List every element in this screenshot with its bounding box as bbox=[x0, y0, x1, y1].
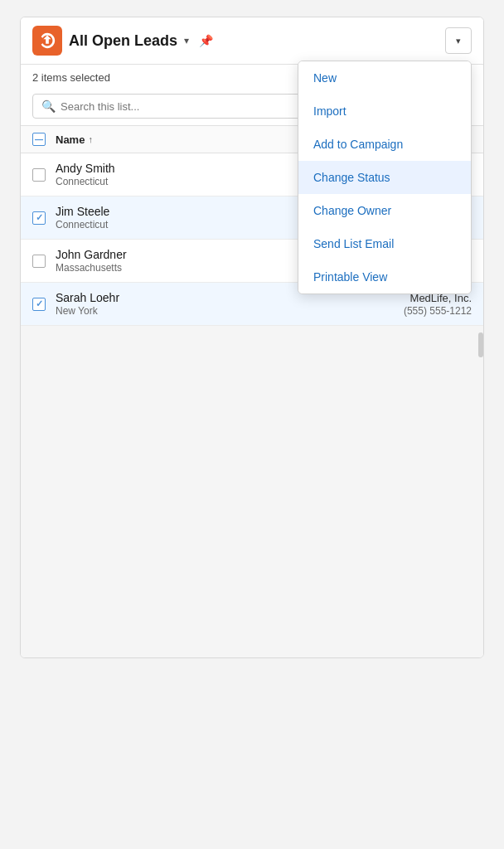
header: All Open Leads ▾ 📌 ▾ bbox=[21, 17, 483, 65]
search-icon: 🔍 bbox=[41, 99, 56, 113]
row4-location: New York bbox=[56, 305, 404, 317]
row4-checkbox[interactable] bbox=[32, 298, 46, 311]
menu-item-printable-view[interactable]: Printable View bbox=[298, 260, 471, 294]
row1-checkbox-cell[interactable] bbox=[32, 168, 56, 182]
empty-area bbox=[21, 326, 483, 657]
row1-checkbox[interactable] bbox=[32, 168, 46, 182]
logo-icon bbox=[38, 32, 56, 50]
menu-item-send-list-email[interactable]: Send List Email bbox=[298, 227, 471, 260]
page-title: All Open Leads bbox=[69, 32, 177, 50]
app-container: All Open Leads ▾ 📌 ▾ 2 items selected 🔍 … bbox=[20, 17, 484, 658]
actions-dropdown-menu: New Import Add to Campaign Change Status… bbox=[298, 61, 472, 294]
menu-item-change-status[interactable]: Change Status bbox=[298, 161, 471, 194]
sort-ascending-icon[interactable]: ↑ bbox=[88, 134, 93, 144]
row4-info: Sarah Loehr New York bbox=[56, 291, 404, 317]
row4-phone: (555) 555-1212 bbox=[404, 305, 472, 317]
actions-chevron-icon: ▾ bbox=[456, 36, 461, 46]
actions-dropdown-button[interactable]: ▾ bbox=[445, 27, 472, 54]
header-checkbox-cell[interactable] bbox=[32, 133, 56, 146]
row3-checkbox[interactable] bbox=[32, 255, 46, 268]
row3-checkbox-cell[interactable] bbox=[32, 255, 56, 268]
select-all-checkbox[interactable] bbox=[32, 133, 46, 146]
row4-right: MedLife, Inc. (555) 555-1212 bbox=[404, 292, 472, 317]
row2-checkbox[interactable] bbox=[32, 211, 46, 225]
row2-checkbox-cell[interactable] bbox=[32, 211, 56, 225]
menu-item-change-owner[interactable]: Change Owner bbox=[298, 194, 471, 227]
row4-checkbox-cell[interactable] bbox=[32, 298, 56, 311]
scrollbar[interactable] bbox=[478, 332, 483, 357]
app-logo bbox=[32, 26, 62, 56]
selected-count-label: 2 items selected bbox=[32, 71, 110, 84]
title-dropdown-arrow[interactable]: ▾ bbox=[184, 35, 189, 46]
menu-item-add-to-campaign[interactable]: Add to Campaign bbox=[298, 128, 471, 161]
menu-item-new[interactable]: New bbox=[298, 61, 471, 95]
pin-icon[interactable]: 📌 bbox=[199, 34, 213, 47]
menu-item-import[interactable]: Import bbox=[298, 95, 471, 128]
